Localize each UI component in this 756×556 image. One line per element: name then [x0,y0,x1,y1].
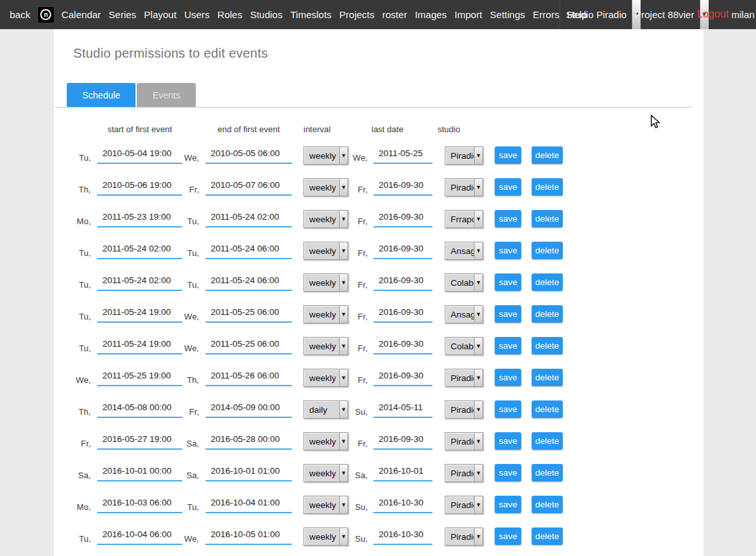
nav-item-users[interactable]: Users [184,9,209,20]
interval-select[interactable]: daily ▼ [303,400,348,419]
save-button[interactable]: save [495,210,521,227]
start-datetime-input[interactable] [97,178,182,196]
last-date-input[interactable] [373,241,432,259]
studio-select[interactable]: Piradio ▼ [445,178,483,196]
studio-select[interactable]: Piradio ▼ [445,496,483,514]
tab-schedule[interactable]: Schedule [67,83,136,107]
start-datetime-input[interactable] [97,305,182,323]
nav-item-import[interactable]: Import [455,9,482,20]
delete-button[interactable]: delete [532,400,563,418]
delete-button[interactable]: delete [532,210,563,227]
nav-item-playout[interactable]: Playout [144,9,176,20]
last-date-input[interactable] [373,432,432,450]
end-datetime-input[interactable] [206,209,292,227]
end-datetime-input[interactable] [206,273,292,291]
interval-select[interactable]: weekly ▼ [303,146,348,165]
save-button[interactable]: save [495,273,521,291]
interval-select[interactable]: weekly ▼ [303,527,348,546]
delete-button[interactable]: delete [532,146,563,164]
save-button[interactable]: save [495,527,521,545]
back-link[interactable]: back [10,9,30,20]
interval-select[interactable]: weekly ▼ [303,337,348,355]
delete-button[interactable]: delete [532,242,563,259]
last-date-input[interactable] [373,368,432,386]
studio-select[interactable]: Piradio ▼ [445,432,483,450]
save-button[interactable]: save [495,305,521,323]
interval-select[interactable]: weekly ▼ [303,273,348,292]
last-date-input[interactable] [373,336,432,354]
save-button[interactable]: save [495,432,521,450]
studio-select[interactable]: Piradio ▼ [445,369,483,387]
nav-item-studios[interactable]: Studios [250,9,283,20]
studio-select[interactable]: Colabo ▼ [445,273,483,292]
studio-select[interactable]: Ansage ▼ [445,305,483,323]
nav-item-calendar[interactable]: Calendar [62,9,101,20]
nav-item-settings[interactable]: Settings [490,9,525,20]
delete-button[interactable]: delete [532,305,563,323]
end-datetime-input[interactable] [206,400,292,418]
start-datetime-input[interactable] [97,495,182,513]
start-datetime-input[interactable] [97,273,182,291]
start-datetime-input[interactable] [97,209,182,227]
save-button[interactable]: save [495,178,521,196]
studio-select[interactable]: Piradio ▼ [445,146,483,165]
logout-link[interactable]: Logout [697,8,729,20]
end-datetime-input[interactable] [206,463,292,481]
last-date-input[interactable] [373,463,432,481]
save-button[interactable]: save [495,242,521,259]
nav-item-images[interactable]: Images [415,9,447,20]
last-date-input[interactable] [373,209,432,227]
start-datetime-input[interactable] [97,432,182,450]
delete-button[interactable]: delete [532,464,563,481]
start-datetime-input[interactable] [97,463,182,481]
end-datetime-input[interactable] [206,527,292,545]
studio-select[interactable]: Piradio ▼ [445,527,483,546]
studio-select[interactable]: Piradio ▼ [445,400,483,419]
start-datetime-input[interactable] [97,527,182,545]
studio-select[interactable]: Colabo ▼ [445,337,483,355]
save-button[interactable]: save [495,337,521,354]
delete-button[interactable]: delete [532,369,563,386]
save-button[interactable]: save [495,369,521,386]
interval-select[interactable]: weekly ▼ [303,464,348,482]
save-button[interactable]: save [495,400,521,418]
delete-button[interactable]: delete [532,273,563,291]
delete-button[interactable]: delete [532,432,563,450]
end-datetime-input[interactable] [206,146,292,164]
start-datetime-input[interactable] [97,241,182,259]
nav-item-projects[interactable]: Projects [339,9,374,20]
delete-button[interactable]: delete [532,178,563,196]
end-datetime-input[interactable] [206,178,292,196]
studio-select[interactable]: Piradio ▼ [445,464,483,482]
delete-button[interactable]: delete [532,527,563,545]
nav-item-roles[interactable]: Roles [217,9,242,20]
studio-select[interactable]: Frrapo ▼ [445,210,483,228]
interval-select[interactable]: weekly ▼ [303,242,348,260]
nav-item-series[interactable]: Series [109,9,137,20]
start-datetime-input[interactable] [97,368,182,386]
end-datetime-input[interactable] [206,336,292,354]
interval-select[interactable]: weekly ▼ [303,432,348,450]
nav-item-roster[interactable]: roster [383,9,407,20]
last-date-input[interactable] [373,178,432,196]
last-date-input[interactable] [373,273,432,291]
end-datetime-input[interactable] [206,432,292,450]
end-datetime-input[interactable] [206,495,292,513]
interval-select[interactable]: weekly ▼ [303,305,348,323]
save-button[interactable]: save [495,146,521,164]
save-button[interactable]: save [495,496,521,513]
last-date-input[interactable] [373,527,432,545]
end-datetime-input[interactable] [206,305,292,323]
interval-select[interactable]: weekly ▼ [303,178,348,196]
last-date-input[interactable] [373,400,432,418]
start-datetime-input[interactable] [97,400,182,418]
start-datetime-input[interactable] [97,146,182,164]
end-datetime-input[interactable] [206,241,292,259]
studio-select[interactable]: Ansage ▼ [445,242,483,260]
last-date-input[interactable] [373,495,432,513]
nav-item-timeslots[interactable]: Timeslots [290,9,332,20]
end-datetime-input[interactable] [206,368,292,386]
tab-events[interactable]: Events [137,83,196,107]
last-date-input[interactable] [373,305,432,323]
interval-select[interactable]: weekly ▼ [303,210,348,228]
